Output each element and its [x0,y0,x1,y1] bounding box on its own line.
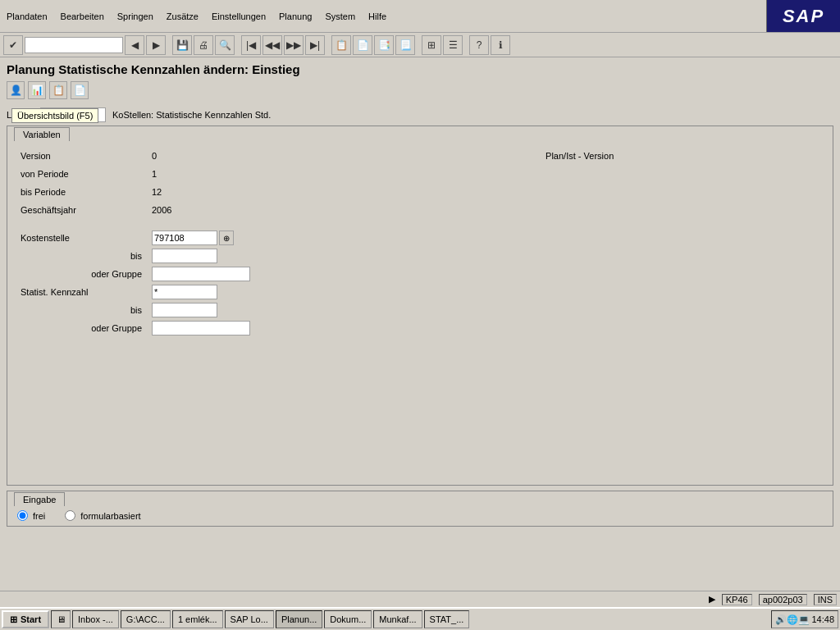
bis-periode-label: bis Periode [17,183,148,201]
radio-formularbasiert[interactable]: formularbasiert [65,510,140,521]
command-input[interactable] [25,37,123,53]
eingabe-tab[interactable]: Eingabe [14,492,65,506]
list-btn[interactable]: ☰ [443,35,463,55]
geschaeftsjahr-value: 2006 [148,201,542,219]
taskbar-inbox[interactable]: Inbox -... [72,610,119,628]
status-bar: ▶ KP46 ap002p03 INS [0,591,840,607]
taskbar-clock: 14:48 [811,614,834,624]
start-label: Start [21,614,41,624]
von-periode-value: 1 [148,165,542,183]
taskbar-tray: 🔊🌐💻 14:48 [771,610,838,628]
page-title: Planung Statistische Kennzahlen ändern: … [0,57,840,80]
stat-bis-label: bis [17,301,148,319]
start-icon: ⊞ [10,614,17,625]
kostenstelle-input[interactable] [152,231,217,245]
action-icon-1[interactable]: 👤 [7,81,25,99]
find-btn[interactable]: 🔍 [215,35,235,55]
layout-description: KoStellen: Statistische Kennzahlen Std. [112,110,271,120]
save-btn[interactable]: 💾 [172,35,192,55]
action-icon-3[interactable]: 📋 [49,81,67,99]
menu-einstellungen[interactable]: Einstellungen [208,10,269,23]
help-btn[interactable]: ? [469,35,489,55]
kost-oder-gruppe-input[interactable] [152,267,250,281]
system-status: KP46 [722,594,752,605]
kost-bis-label: bis [17,247,148,265]
start-button[interactable]: ⊞ Start [2,610,49,628]
taskbar: ⊞ Start 🖥 Inbox -... G:\ACC... 1 emlék..… [0,607,840,630]
clipboard1[interactable]: 📋 [331,35,351,55]
taskbar-munkaf[interactable]: Munkaf... [373,610,422,628]
variablen-tab[interactable]: Variablen [14,127,70,141]
radio-formularbasiert-input[interactable] [65,510,75,521]
nav-last[interactable]: ▶| [305,35,325,55]
version-value: 0 [148,147,542,165]
stat-kennzahl-input[interactable] [152,285,217,299]
menu-zusaetze[interactable]: Zusätze [163,10,202,23]
menu-plandaten[interactable]: Plandaten [3,10,51,23]
info-btn[interactable]: ℹ [491,35,510,55]
grid-btn[interactable]: ⊞ [422,35,441,55]
action-icon-4[interactable]: 📄 [71,81,89,99]
stat-oder-gruppe-input[interactable] [152,321,250,336]
taskbar-gacc[interactable]: G:\ACC... [121,610,171,628]
uebersichtsbild-tooltip: Übersichtsbild (F5) [11,108,98,123]
taskbar-emlek[interactable]: 1 emlék... [172,610,223,628]
mode-status: INS [814,594,837,605]
von-periode-label: von Periode [17,165,148,183]
clipboard4[interactable]: 📃 [395,35,415,55]
radio-frei[interactable]: frei [17,510,45,521]
kost-bis-input[interactable] [152,249,217,263]
prev-btn[interactable]: ◀ [125,35,144,55]
kost-oder-gruppe-label: oder Gruppe [17,265,148,283]
check-btn[interactable]: ✔ [3,35,23,55]
nav-arrow[interactable]: ▶ [709,594,715,605]
next-btn[interactable]: ▶ [146,35,166,55]
taskbar-monitor[interactable]: 🖥 [51,610,71,628]
kostenstelle-search-btn[interactable]: ⊕ [219,231,234,245]
version-desc: Plan/Ist - Version [542,147,823,165]
radio-frei-label: frei [33,511,45,521]
tray-icons: 🔊🌐💻 [775,614,810,625]
action-icon-2[interactable]: 📊 [28,81,46,99]
nav-first[interactable]: |◀ [241,35,261,55]
print-btn[interactable]: 🖨 [194,35,213,55]
menu-hilfe[interactable]: Hilfe [365,10,390,23]
radio-formularbasiert-label: formularbasiert [80,511,140,521]
version-label: Version [17,147,148,165]
menu-planung[interactable]: Planung [276,10,315,23]
clipboard3[interactable]: 📑 [374,35,394,55]
nav-next-pg[interactable]: ▶▶ [284,35,304,55]
geschaeftsjahr-label: Geschäftsjahr [17,201,148,219]
stat-oder-gruppe-label: oder Gruppe [17,319,148,337]
bis-periode-value: 12 [148,183,542,201]
stat-kennzahl-label: Statist. Kennzahl [17,283,148,301]
taskbar-planun[interactable]: Planun... [276,610,322,628]
menu-springen[interactable]: Springen [114,10,157,23]
menu-system[interactable]: System [322,10,358,23]
menu-bearbeiten[interactable]: Bearbeiten [57,10,107,23]
taskbar-saplo[interactable]: SAP Lo... [225,610,274,628]
nav-prev[interactable]: ◀◀ [262,35,282,55]
kostenstelle-label: Kostenstelle [17,229,148,247]
taskbar-stat[interactable]: STAT_... [424,610,470,628]
sap-logo: SAP [766,0,840,32]
server-status: ap002p03 [759,594,807,605]
clipboard2[interactable]: 📄 [353,35,372,55]
stat-bis-input[interactable] [152,303,217,317]
taskbar-dokum[interactable]: Dokum... [324,610,372,628]
radio-frei-input[interactable] [17,510,28,521]
